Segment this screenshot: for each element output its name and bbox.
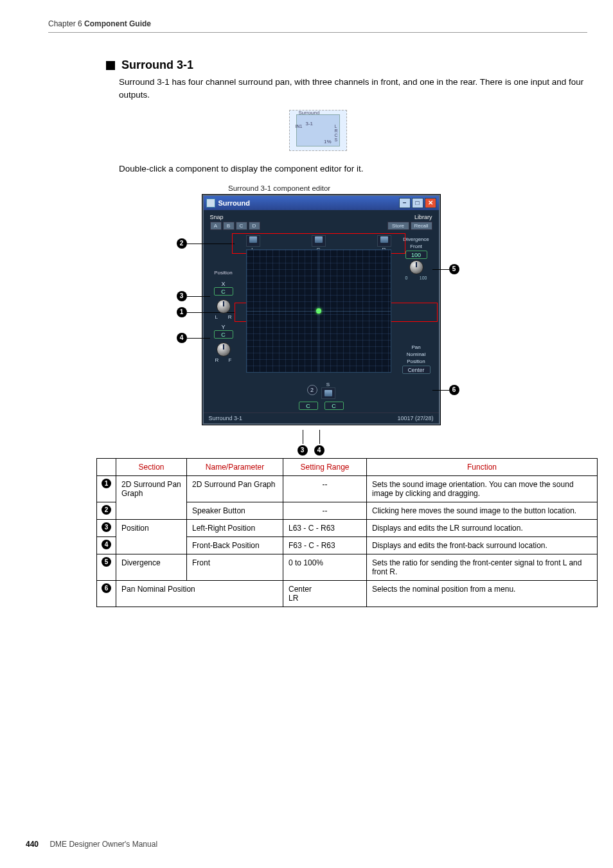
editor-caption: Surround 3-1 component editor: [228, 184, 587, 192]
position-label: Position: [214, 270, 232, 276]
parameter-table: Section Name/Parameter Setting Range Fun…: [96, 458, 598, 607]
row-name: Speaker Button: [187, 502, 283, 519]
row-name: Front: [187, 554, 283, 580]
library-label: Library: [414, 214, 432, 220]
close-button[interactable]: ✕: [425, 198, 436, 208]
row-section: Divergence: [116, 554, 187, 580]
div-scale-100: 100: [420, 276, 427, 280]
row-range: Center LR: [283, 580, 367, 607]
callout-4b: 4: [314, 445, 324, 456]
row-num: 5: [102, 557, 111, 567]
lr-knob-l: L: [215, 314, 218, 320]
divergence-front-label: Front: [410, 244, 422, 249]
speaker-s-button[interactable]: [321, 387, 335, 399]
row-range: 0 to 100%: [283, 554, 367, 580]
snap-label: Snap: [210, 214, 224, 220]
callout-4-line: [187, 338, 210, 339]
store-button[interactable]: Store: [387, 222, 409, 230]
thumb-pct: 1%: [324, 139, 332, 145]
status-right: 10017 (27/28): [397, 415, 433, 421]
fb-knob[interactable]: [217, 342, 231, 357]
thumb-sub: 3-1: [306, 121, 314, 127]
double-click-text: Double-click a component to display the …: [119, 163, 587, 175]
callout-3b-line: [303, 430, 303, 444]
speaker-r-button[interactable]: R: [377, 235, 391, 247]
divergence-label: Divergence: [403, 236, 429, 242]
th-name: Name/Parameter: [187, 458, 283, 475]
manual-title: DME Designer Owner's Manual: [49, 840, 157, 849]
row-num: 3: [102, 522, 111, 532]
snap-c[interactable]: C: [236, 222, 247, 230]
divergence-readout[interactable]: 100: [405, 251, 427, 259]
row-section: Position: [116, 519, 187, 554]
callout-4: 4: [177, 333, 187, 343]
th-function: Function: [367, 458, 598, 475]
row-range: L63 - C - R63: [283, 519, 367, 536]
section-bullet-icon: [106, 61, 115, 70]
lr-knob-r: R: [228, 314, 232, 320]
callout-6: 6: [449, 385, 459, 395]
recall-button[interactable]: Recall: [411, 222, 432, 230]
speaker-l-button[interactable]: L: [246, 235, 260, 247]
pnp-readout[interactable]: Center: [402, 366, 431, 374]
axis-x-readout[interactable]: C: [214, 287, 233, 296]
rear-readout-2[interactable]: C: [324, 402, 344, 410]
row-num: 2: [102, 505, 111, 515]
titlebar[interactable]: Surround – □ ✕: [204, 196, 439, 210]
callout-3: 3: [177, 291, 187, 301]
row-func: Displays and edits the LR surround locat…: [367, 519, 598, 536]
component-thumbnail: Surround 3-1 IN1 L R C S 1%: [289, 110, 347, 151]
th-range: Setting Range: [283, 458, 367, 475]
section-title: Surround 3-1: [121, 58, 193, 72]
editor-window: Surround – □ ✕ Snap A B C D: [202, 195, 440, 425]
table-row: 1 2D Surround Pan Graph 2D Surround Pan …: [97, 475, 598, 502]
table-row: 6 Pan Nominal Position Center LR Selects…: [97, 580, 598, 607]
callout-6-line: [432, 390, 449, 391]
app-icon: [206, 199, 215, 208]
callout-1: 1: [177, 307, 187, 317]
thumb-in: IN1: [296, 124, 303, 128]
div-scale-0: 0: [405, 276, 408, 280]
th-section: Section: [116, 458, 187, 475]
axis-y-readout[interactable]: C: [214, 330, 233, 339]
pnp-nominal: Nominal: [407, 351, 425, 357]
row-name: Left-Right Position: [187, 519, 283, 536]
row-num: 1: [102, 479, 111, 488]
window-title: Surround: [218, 199, 251, 207]
row-num: 6: [102, 583, 111, 593]
callout-3-line: [187, 296, 210, 297]
status-left: Surround 3-1: [209, 415, 243, 421]
thumb-outs: L R C S: [334, 124, 337, 142]
divergence-knob[interactable]: [409, 260, 423, 274]
row-func: Selects the nominal position from a menu…: [367, 580, 598, 607]
maximize-button[interactable]: □: [412, 198, 423, 208]
pnp-pan: Pan: [411, 344, 420, 350]
section-intro: Surround 3-1 has four channel surround p…: [119, 76, 587, 101]
row-range: --: [283, 502, 367, 519]
axis-y-label: Y: [214, 324, 233, 330]
page-number: 440: [26, 840, 39, 849]
row-func: Sets the sound image orientation. You ca…: [367, 475, 598, 502]
speaker-c-button[interactable]: C: [312, 235, 326, 247]
minimize-button[interactable]: –: [399, 198, 411, 208]
snap-d[interactable]: D: [249, 222, 260, 230]
row-func: Displays and edits the front-back surrou…: [367, 536, 598, 554]
callout-3b: 3: [298, 445, 308, 456]
sound-image-dot[interactable]: [316, 308, 321, 314]
row-num: 4: [102, 540, 111, 549]
callout-2-line: [187, 244, 235, 244]
callout-4b-line: [319, 430, 320, 444]
row-range: F63 - C - R63: [283, 536, 367, 554]
rear-channel-num: 2: [307, 385, 317, 395]
axis-x-label: X: [214, 281, 233, 287]
rear-speaker-label: S: [326, 382, 330, 387]
callout-5-line: [432, 269, 449, 270]
pan-graph[interactable]: [246, 249, 391, 373]
snap-b[interactable]: B: [223, 222, 235, 230]
rear-readout-1[interactable]: C: [299, 402, 318, 410]
row-range: --: [283, 475, 367, 502]
row-name: 2D Surround Pan Graph: [187, 475, 283, 502]
snap-a[interactable]: A: [210, 222, 222, 230]
lr-knob[interactable]: [217, 299, 231, 314]
callout-2: 2: [177, 238, 187, 249]
